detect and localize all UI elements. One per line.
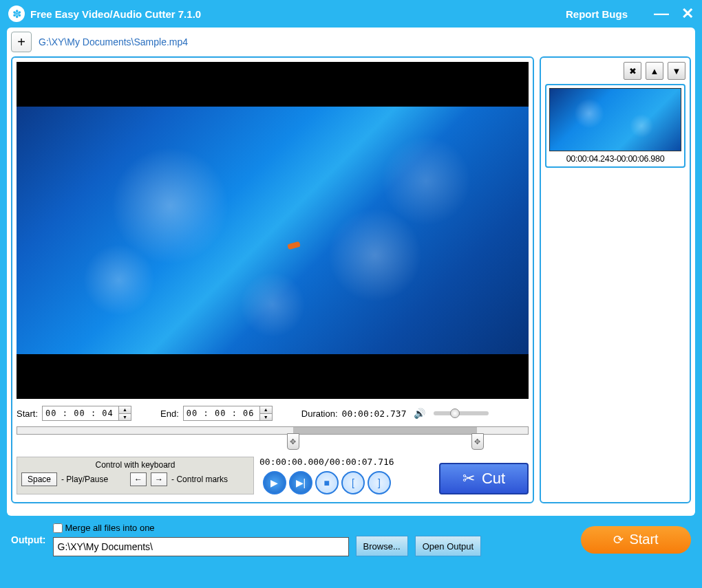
app-logo-icon: ✽: [8, 6, 25, 22]
cut-label: Cut: [482, 470, 505, 488]
end-time-spinner[interactable]: ▲▼: [260, 406, 273, 421]
stop-button[interactable]: ■: [315, 471, 339, 494]
start-label: Start:: [17, 409, 38, 419]
mark-in-button[interactable]: [: [341, 471, 365, 494]
timeline[interactable]: ✥ ✥: [17, 426, 529, 454]
close-button[interactable]: ✕: [681, 5, 694, 23]
add-file-button[interactable]: +: [11, 32, 32, 52]
start-label: Start: [629, 532, 658, 547]
browse-button[interactable]: Browse...: [356, 536, 408, 556]
duration-label: Duration:: [301, 409, 338, 419]
merge-label: Merge all files into one: [65, 523, 155, 533]
duration-value: 00:00:02.737: [342, 409, 407, 419]
volume-slider[interactable]: [434, 411, 489, 415]
mark-out-button[interactable]: ]: [368, 471, 391, 494]
scissors-icon: ✂: [462, 470, 475, 488]
marks-desc: - Control marks: [171, 475, 228, 484]
start-time-spinner[interactable]: ▲▼: [119, 406, 131, 421]
cut-button[interactable]: ✂ Cut: [439, 463, 529, 494]
window-title: Free Easy Video/Audio Cutter 7.1.0: [30, 8, 566, 20]
refresh-icon: ⟳: [613, 532, 624, 547]
end-marker[interactable]: ✥: [471, 433, 484, 450]
video-preview[interactable]: [17, 62, 529, 399]
move-down-button[interactable]: ▼: [668, 62, 685, 80]
start-button[interactable]: ⟳ Start: [581, 526, 691, 554]
volume-icon[interactable]: 🔊: [414, 408, 425, 419]
playback-timecode: 00:00:00.000/00:00:07.716: [259, 457, 394, 467]
clip-item[interactable]: 00:00:04.243-00:00:06.980: [545, 84, 685, 168]
end-label: End:: [160, 409, 179, 419]
open-output-button[interactable]: Open Output: [415, 536, 481, 556]
next-frame-button[interactable]: ▶|: [289, 471, 312, 494]
left-key: ←: [130, 472, 147, 486]
clips-panel: ✖ ▲ ▼ 00:00:04.243-00:00:06.980: [540, 56, 691, 503]
space-desc: - Play/Pause: [61, 475, 108, 484]
output-path-input[interactable]: [53, 537, 349, 556]
preview-panel: Start: ▲▼ End: ▲▼ Duration: 00:00:02.737…: [11, 56, 534, 503]
minimize-button[interactable]: —: [654, 5, 669, 23]
output-label: Output:: [11, 534, 46, 545]
right-key: →: [151, 472, 167, 486]
space-key: Space: [21, 472, 57, 486]
clip-range: 00:00:04.243-00:00:06.980: [549, 154, 681, 164]
move-up-button[interactable]: ▲: [646, 62, 663, 80]
merge-checkbox[interactable]: [53, 523, 63, 533]
remove-clip-button[interactable]: ✖: [624, 62, 641, 80]
keyboard-panel: Control with keyboard Space - Play/Pause…: [17, 457, 254, 494]
end-time-input[interactable]: [183, 406, 260, 421]
clip-thumbnail: [549, 88, 681, 151]
play-button[interactable]: ▶: [263, 471, 286, 494]
merge-checkbox-row[interactable]: Merge all files into one: [53, 523, 482, 533]
report-bugs-link[interactable]: Report Bugs: [566, 8, 628, 20]
start-marker[interactable]: ✥: [287, 433, 299, 450]
keyboard-heading: Control with keyboard: [21, 460, 249, 470]
start-time-input[interactable]: [42, 406, 119, 421]
file-path: G:\XY\My Documents\Sample.mp4: [39, 36, 188, 47]
